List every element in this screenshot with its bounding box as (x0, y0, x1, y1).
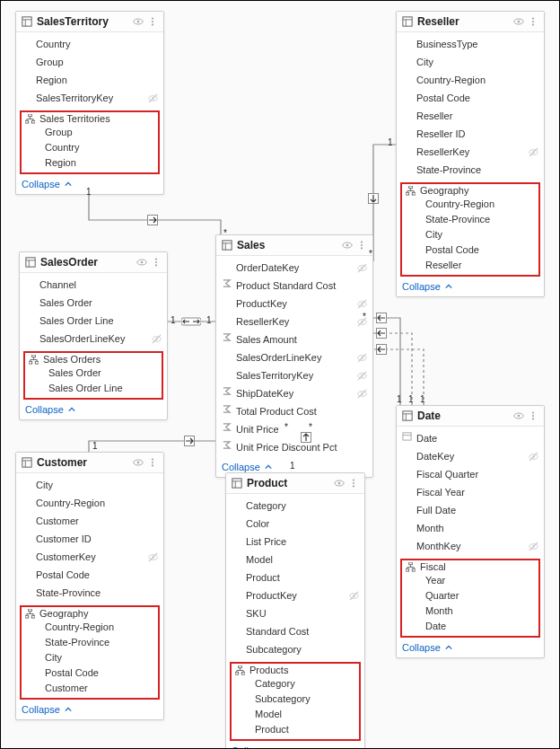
hierarchy-level[interactable]: Postal Code (402, 242, 538, 258)
field-row[interactable]: ResellerKey (216, 313, 372, 330)
field-row[interactable]: Model (226, 551, 364, 568)
hierarchy-level[interactable]: Month (402, 604, 538, 619)
hierarchy-level[interactable]: Country-Region (402, 197, 538, 212)
field-row[interactable]: Postal Code (397, 89, 544, 107)
hierarchy-block[interactable]: GeographyCountry-RegionState-ProvinceCit… (400, 182, 540, 277)
field-row[interactable]: Reseller ID (397, 125, 544, 143)
hierarchy-level[interactable]: Model (232, 707, 359, 722)
field-row[interactable]: Reseller (397, 107, 544, 125)
field-row[interactable]: SalesTerritoryKey (216, 366, 372, 384)
table-header[interactable]: SalesTerritory (16, 12, 163, 32)
field-row[interactable]: Unit Price (216, 420, 372, 438)
hierarchy-level[interactable]: Postal Code (22, 665, 158, 681)
field-row[interactable]: Fiscal Quarter (397, 465, 544, 483)
field-row[interactable]: ProductKey (216, 295, 372, 313)
field-row[interactable]: Subcategory (226, 640, 364, 658)
table-reseller[interactable]: Reseller BusinessTypeCityCountry-RegionP… (396, 11, 545, 297)
hierarchy-name[interactable]: Geography (22, 607, 158, 620)
hierarchy-level[interactable]: Category (232, 676, 359, 692)
table-header[interactable]: Date (397, 406, 544, 427)
collapse-button[interactable]: Collapse (226, 743, 364, 749)
field-row[interactable]: Full Date (397, 501, 544, 519)
hierarchy-level[interactable]: Sales Order Line (25, 381, 162, 396)
field-row[interactable]: Region (16, 71, 163, 89)
field-row[interactable]: Product (226, 568, 364, 586)
table-header[interactable]: Product (226, 473, 364, 494)
hierarchy-level[interactable]: Sales Order (25, 366, 162, 381)
collapse-button[interactable]: Collapse (397, 278, 544, 296)
hierarchy-level[interactable]: City (402, 227, 538, 242)
field-row[interactable]: Unit Price Discount Pct (216, 438, 372, 456)
hierarchy-level[interactable]: Subcategory (232, 692, 359, 707)
collapse-button[interactable]: Collapse (20, 401, 167, 419)
table-customer[interactable]: Customer CityCountry-RegionCustomerCusto… (15, 452, 164, 720)
field-row[interactable]: State-Province (16, 584, 163, 602)
field-row[interactable]: Category (226, 497, 364, 515)
field-row[interactable]: List Price (226, 533, 364, 551)
field-row[interactable]: Country (16, 35, 163, 53)
hierarchy-name[interactable]: Geography (402, 184, 538, 197)
hierarchy-level[interactable]: Group (22, 125, 158, 140)
field-row[interactable]: Color (226, 515, 364, 533)
field-row[interactable]: SalesTerritoryKey (16, 89, 163, 107)
field-row[interactable]: CustomerKey (16, 548, 163, 566)
table-header[interactable]: Reseller (397, 12, 544, 32)
hierarchy-level[interactable]: City (22, 650, 158, 665)
hierarchy-level[interactable]: Region (22, 155, 158, 171)
field-row[interactable]: SKU (226, 604, 364, 622)
field-row[interactable]: Country-Region (397, 71, 544, 89)
table-header[interactable]: Customer (16, 453, 163, 473)
collapse-button[interactable]: Collapse (16, 701, 163, 719)
field-row[interactable]: ResellerKey (397, 143, 544, 161)
field-row[interactable]: Postal Code (16, 566, 163, 584)
field-row[interactable]: Customer ID (16, 530, 163, 548)
hierarchy-name[interactable]: Sales Orders (25, 353, 162, 366)
field-row[interactable]: State-Province (397, 161, 544, 179)
field-row[interactable]: Total Product Cost (216, 402, 372, 420)
field-row[interactable]: ShipDateKey (216, 384, 372, 402)
table-salesorder[interactable]: SalesOrder ChannelSales OrderSales Order… (19, 251, 168, 420)
hierarchy-level[interactable]: Customer (22, 681, 158, 696)
field-row[interactable]: Date (397, 429, 544, 447)
field-row[interactable]: OrderDateKey (216, 259, 372, 277)
hierarchy-block[interactable]: ProductsCategorySubcategoryModelProduct (230, 662, 361, 741)
field-row[interactable]: SalesOrderLineKey (20, 330, 167, 348)
collapse-button[interactable]: Collapse (397, 639, 544, 657)
hierarchy-level[interactable]: Reseller (402, 258, 538, 273)
field-row[interactable]: DateKey (397, 447, 544, 465)
field-row[interactable]: Channel (20, 276, 167, 294)
field-row[interactable]: Sales Amount (216, 330, 372, 348)
field-row[interactable]: ProductKey (226, 586, 364, 604)
hierarchy-level[interactable]: Country-Region (22, 620, 158, 635)
table-header[interactable]: Sales (216, 235, 372, 256)
hierarchy-name[interactable]: Products (232, 664, 359, 676)
table-product[interactable]: Product CategoryColorList PriceModelProd… (225, 472, 365, 749)
field-row[interactable]: Month (397, 519, 544, 537)
hierarchy-name[interactable]: Sales Territories (22, 112, 158, 125)
table-header[interactable]: SalesOrder (20, 252, 167, 273)
field-row[interactable]: MonthKey (397, 537, 544, 555)
field-row[interactable]: Sales Order (20, 294, 167, 312)
hierarchy-level[interactable]: Quarter (402, 588, 538, 604)
field-row[interactable]: Group (16, 53, 163, 71)
hierarchy-block[interactable]: Sales TerritoriesGroupCountryRegion (20, 110, 160, 174)
table-salesterritory[interactable]: SalesTerritory CountryGroupRegionSalesTe… (15, 11, 164, 195)
hierarchy-block[interactable]: GeographyCountry-RegionState-ProvinceCit… (20, 605, 160, 700)
field-row[interactable]: City (16, 476, 163, 494)
hierarchy-level[interactable]: Date (402, 619, 538, 634)
field-row[interactable]: Sales Order Line (20, 312, 167, 330)
field-row[interactable]: Standard Cost (226, 622, 364, 640)
hierarchy-block[interactable]: Sales OrdersSales OrderSales Order Line (23, 351, 163, 400)
hierarchy-level[interactable]: Year (402, 573, 538, 588)
table-date[interactable]: Date DateDateKeyFiscal QuarterFiscal Yea… (396, 405, 545, 658)
field-row[interactable]: Country-Region (16, 494, 163, 512)
hierarchy-level[interactable]: Product (232, 722, 359, 737)
field-row[interactable]: Customer (16, 512, 163, 530)
field-row[interactable]: BusinessType (397, 35, 544, 53)
hierarchy-level[interactable]: State-Province (22, 635, 158, 650)
field-row[interactable]: City (397, 53, 544, 71)
table-sales[interactable]: Sales OrderDateKeyProduct Standard CostP… (215, 234, 373, 478)
field-row[interactable]: Fiscal Year (397, 483, 544, 501)
field-row[interactable]: Product Standard Cost (216, 277, 372, 295)
hierarchy-level[interactable]: State-Province (402, 212, 538, 227)
